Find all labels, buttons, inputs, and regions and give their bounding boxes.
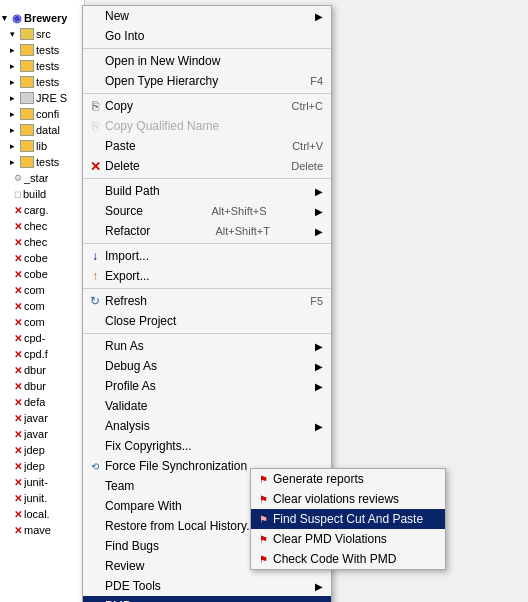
tree-item[interactable]: ✕ dbur <box>0 362 85 378</box>
tree-label: JRE S <box>36 92 67 104</box>
submenu-item-clear-pmd[interactable]: ⚑ Clear PMD Violations <box>251 529 445 549</box>
menu-item-fix-copyrights[interactable]: Fix Copyrights... <box>83 436 331 456</box>
tree-item[interactable]: ✕ junit. <box>0 490 85 506</box>
tree-label: jdep <box>24 444 45 456</box>
export-icon: ↑ <box>87 268 103 284</box>
menu-item-build-path[interactable]: Build Path ▶ <box>83 181 331 201</box>
tree-item[interactable]: ✕ jdep <box>0 458 85 474</box>
submenu-item-generate-reports[interactable]: ⚑ Generate reports <box>251 469 445 489</box>
file-icon: ✕ <box>14 333 22 344</box>
submenu-item-label: Clear PMD Violations <box>273 532 387 546</box>
menu-item-open-new-window[interactable]: Open in New Window <box>83 51 331 71</box>
tree-item[interactable]: ✕ junit- <box>0 474 85 490</box>
menu-item-label: Debug As <box>105 359 157 373</box>
menu-item-label: Paste <box>105 139 136 153</box>
tree-item[interactable]: ▸ JRE S <box>0 90 85 106</box>
tree-item[interactable]: ✕ chec <box>0 218 85 234</box>
menu-item-refresh[interactable]: ↻ Refresh F5 <box>83 291 331 311</box>
menu-item-label: Review <box>105 559 144 573</box>
folder-icon <box>20 140 34 152</box>
tree-item[interactable]: ✕ cobe <box>0 266 85 282</box>
submenu-item-find-suspect[interactable]: ⚑ Find Suspect Cut And Paste <box>251 509 445 529</box>
tree-label: datal <box>36 124 60 136</box>
tree-item[interactable]: ✕ mave <box>0 522 85 538</box>
menu-item-source[interactable]: Source Alt+Shift+S ▶ <box>83 201 331 221</box>
tree-item[interactable]: ◻ build <box>0 186 85 202</box>
tree-item[interactable]: ✕ defa <box>0 394 85 410</box>
tree-item[interactable]: ⚙ _star <box>0 170 85 186</box>
menu-item-run-as[interactable]: Run As ▶ <box>83 336 331 356</box>
menu-item-validate[interactable]: Validate <box>83 396 331 416</box>
tree-item[interactable]: ▾ src <box>0 26 85 42</box>
menu-item-copy-qualified-name[interactable]: ⎘ Copy Qualified Name <box>83 116 331 136</box>
tree-item[interactable]: ✕ javar <box>0 426 85 442</box>
expand-icon: ▸ <box>10 109 20 119</box>
tree-label: defa <box>24 396 45 408</box>
file-icon: ✕ <box>14 253 22 264</box>
tree-item[interactable]: ✕ chec <box>0 234 85 250</box>
file-icon: ⚙ <box>14 173 22 183</box>
menu-item-new[interactable]: New ▶ <box>83 6 331 26</box>
shortcut-label: Delete <box>271 160 323 172</box>
tree-item[interactable]: ▸ tests <box>0 154 85 170</box>
tree-item[interactable]: ▸ lib <box>0 138 85 154</box>
menu-separator <box>83 288 331 289</box>
menu-item-paste[interactable]: Paste Ctrl+V <box>83 136 331 156</box>
menu-item-debug-as[interactable]: Debug As ▶ <box>83 356 331 376</box>
tree-item[interactable]: ✕ com <box>0 282 85 298</box>
menu-item-pde-tools[interactable]: PDE Tools ▶ <box>83 576 331 596</box>
tree-label: cpd- <box>24 332 45 344</box>
copy-icon: ⎘ <box>87 98 103 114</box>
tree-item[interactable]: ✕ carg. <box>0 202 85 218</box>
menu-item-open-type-hierarchy[interactable]: Open Type Hierarchy F4 <box>83 71 331 91</box>
tree-label: chec <box>24 236 47 248</box>
menu-item-gointo[interactable]: Go Into <box>83 26 331 46</box>
pmd-submenu: ⚑ Generate reports ⚑ Clear violations re… <box>250 468 446 570</box>
menu-item-analysis[interactable]: Analysis ▶ <box>83 416 331 436</box>
tree-item[interactable]: ▸ datal <box>0 122 85 138</box>
submenu-item-clear-violations[interactable]: ⚑ Clear violations reviews <box>251 489 445 509</box>
tree-label: chec <box>24 220 47 232</box>
tree-item[interactable]: ✕ javar <box>0 410 85 426</box>
tree-label: dbur <box>24 364 46 376</box>
tree-item[interactable]: ✕ cpd- <box>0 330 85 346</box>
tree-item[interactable]: ✕ jdep <box>0 442 85 458</box>
submenu-arrow-icon: ▶ <box>315 421 323 432</box>
menu-item-close-project[interactable]: Close Project <box>83 311 331 331</box>
menu-separator <box>83 93 331 94</box>
file-icon: ✕ <box>14 365 22 376</box>
tree-label: dbur <box>24 380 46 392</box>
menu-item-delete[interactable]: ✕ Delete Delete <box>83 156 331 176</box>
tree-item[interactable]: ✕ com <box>0 314 85 330</box>
tree-item[interactable]: ▸ tests <box>0 42 85 58</box>
project-icon: ◉ <box>12 12 22 25</box>
menu-item-pmd[interactable]: PMD ▶ <box>83 596 331 602</box>
tree-root[interactable]: ▾ ◉ Brewery <box>0 10 85 26</box>
tree-item[interactable]: ▸ tests <box>0 74 85 90</box>
tree-item[interactable]: ✕ cpd.f <box>0 346 85 362</box>
shortcut-label: F5 <box>290 295 323 307</box>
menu-item-label: Force File Synchronization <box>105 459 247 473</box>
menu-separator <box>83 178 331 179</box>
tree-item[interactable]: ▸ confi <box>0 106 85 122</box>
tree-item[interactable]: ✕ local. <box>0 506 85 522</box>
submenu-item-check-code[interactable]: ⚑ Check Code With PMD <box>251 549 445 569</box>
file-icon: ✕ <box>14 269 22 280</box>
tree-item[interactable]: ▸ tests <box>0 58 85 74</box>
tree-item[interactable]: ✕ com <box>0 298 85 314</box>
tree-label: tests <box>36 156 59 168</box>
tree-item[interactable]: ✕ dbur <box>0 378 85 394</box>
tree-item[interactable]: ✕ cobe <box>0 250 85 266</box>
menu-item-export[interactable]: ↑ Export... <box>83 266 331 286</box>
menu-item-import[interactable]: ↓ Import... <box>83 246 331 266</box>
expand-icon: ▸ <box>10 125 20 135</box>
menu-item-profile-as[interactable]: Profile As ▶ <box>83 376 331 396</box>
menu-item-refactor[interactable]: Refactor Alt+Shift+T ▶ <box>83 221 331 241</box>
tree-label: _star <box>24 172 48 184</box>
tree-label: carg. <box>24 204 48 216</box>
submenu-item-label: Generate reports <box>273 472 364 486</box>
submenu-item-label: Clear violations reviews <box>273 492 399 506</box>
file-icon: ✕ <box>14 317 22 328</box>
menu-item-copy[interactable]: ⎘ Copy Ctrl+C <box>83 96 331 116</box>
tree-label: tests <box>36 76 59 88</box>
